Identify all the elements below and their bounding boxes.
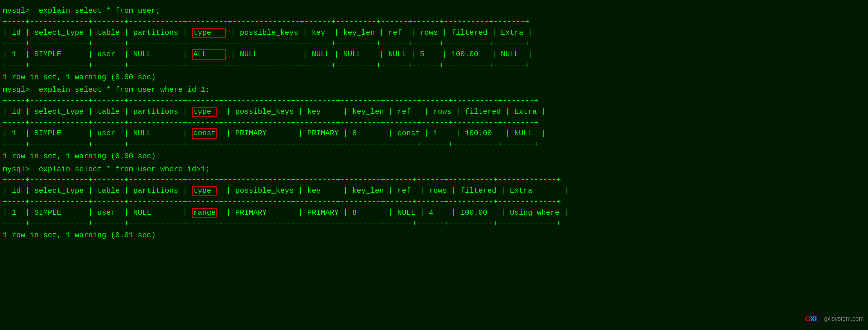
type-value-highlight-2: const (192, 128, 218, 139)
separator2-3: +----+-------------+-------+------------… (3, 197, 865, 208)
type-header-highlight-2: type (192, 107, 218, 118)
separator2-2: +----+-------------+-------+------------… (3, 118, 865, 129)
type-header-highlight-3: type (192, 186, 218, 196)
gxi-logo-icon: G XI (804, 312, 822, 326)
separator3-3: +----+-------------+-------+------------… (3, 218, 865, 230)
result-1: 1 row in set, 1 warning (0.00 sec) (3, 72, 865, 84)
header-2: | id | select_type | table | partitions … (3, 107, 865, 118)
separator3-1: +----+-------------+-------+------------… (3, 60, 865, 72)
header-1: | id | select_type | table | partitions … (3, 28, 865, 39)
data-row-1: | 1 | SIMPLE | user | NULL | ALL | NULL … (3, 50, 865, 60)
type-header-highlight-1: type (192, 28, 226, 38)
block-3: mysql> explain select * from user where … (3, 164, 865, 242)
svg-text:XI: XI (810, 315, 817, 323)
separator1-1: +----+-------------+-------+------------… (3, 17, 865, 28)
result-2: 1 row in set, 1 warning (0.00 sec) (3, 152, 865, 162)
result-3: 1 row in set, 1 warning (0.01 sec) (3, 230, 865, 242)
separator1-2: +----+-------------+-------+------------… (3, 96, 865, 107)
block-1: mysql> explain select * from user; +----… (3, 6, 865, 83)
separator2-1: +----+-------------+-------+------------… (3, 38, 865, 50)
block-2: mysql> explain select * from user where … (3, 85, 865, 162)
data-row-2: | 1 | SIMPLE | user | NULL | const | PRI… (3, 128, 865, 140)
type-value-highlight-1: ALL (192, 50, 226, 60)
prompt-1: mysql> explain select * from user; (3, 6, 865, 17)
data-row-3: | 1 | SIMPLE | user | NULL | range | PRI… (3, 208, 865, 219)
type-value-highlight-3: range (192, 208, 218, 218)
separator3-2: +----+-------------+-------+------------… (3, 140, 865, 150)
terminal-window: mysql> explain select * from user; +----… (0, 4, 868, 246)
watermark-text: gxisystem.com (824, 316, 864, 322)
watermark: G XI gxisystem.com (804, 312, 864, 326)
separator1-3: +----+-------------+-------+------------… (3, 175, 865, 186)
prompt-2: mysql> explain select * from user where … (3, 85, 865, 96)
prompt-3: mysql> explain select * from user where … (3, 164, 865, 176)
header-3: | id | select_type | table | partitions … (3, 186, 865, 197)
